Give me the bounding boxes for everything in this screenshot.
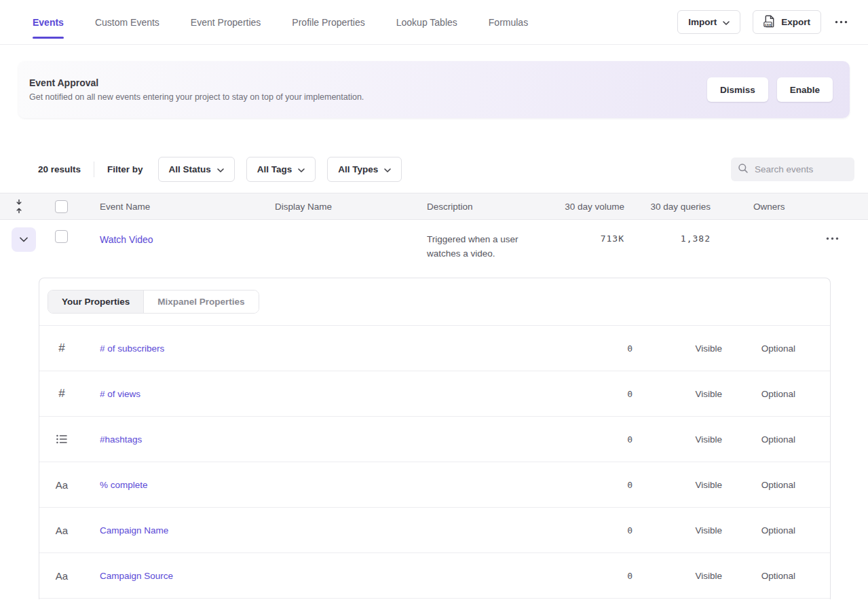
table-header: Event Name Display Name Description 30 d… <box>0 193 868 220</box>
select-all-checkbox[interactable] <box>55 200 68 213</box>
types-filter-dropdown[interactable]: All Types <box>327 157 402 182</box>
header-description: Description <box>409 202 538 212</box>
header-display-name: Display Name <box>257 202 409 212</box>
property-row: Aa Campaign Name 0 Visible Optional <box>39 508 830 553</box>
property-requirement: Optional <box>722 571 795 581</box>
header-queries: 30 day queries <box>624 202 711 212</box>
divider <box>94 162 94 177</box>
property-requirement: Optional <box>722 389 795 399</box>
chevron-down-icon <box>723 17 730 27</box>
property-name-link[interactable]: # of subscribers <box>100 343 164 354</box>
export-button-label: Export <box>781 17 810 27</box>
property-requirement: Optional <box>722 434 795 445</box>
tab-formulas[interactable]: Formulas <box>489 13 528 32</box>
active-tab-underline <box>33 37 64 39</box>
status-filter-dropdown[interactable]: All Status <box>158 157 235 182</box>
property-count: 0 <box>525 389 633 399</box>
property-count: 0 <box>525 434 633 445</box>
properties-tab-switcher: Your Properties Mixpanel Properties <box>48 290 259 314</box>
enable-button[interactable]: Enable <box>777 77 833 102</box>
property-visibility: Visible <box>633 571 722 581</box>
text-type-icon: Aa <box>56 479 68 491</box>
export-button[interactable]: csv Export <box>753 10 821 34</box>
property-row: #hashtags 0 Visible Optional <box>39 417 830 462</box>
property-count: 0 <box>525 343 633 354</box>
event-approval-banner: Event Approval Get notified on all new e… <box>18 61 850 118</box>
event-description: Triggered when a user watches a video. <box>409 220 538 261</box>
import-button[interactable]: Import <box>677 10 740 34</box>
event-table-row: Watch Video Triggered when a user watche… <box>0 220 868 278</box>
event-name-link[interactable]: Watch Video <box>100 234 153 245</box>
svg-text:csv: csv <box>765 22 772 26</box>
filter-by-label: Filter by <box>107 164 143 174</box>
tab-event-properties[interactable]: Event Properties <box>191 13 261 32</box>
property-row: Aa Campaign Source 0 Visible Optional <box>39 553 830 599</box>
banner-title: Event Approval <box>29 77 364 88</box>
tab-events-label: Events <box>33 17 64 28</box>
number-type-icon: # <box>58 387 64 400</box>
property-count: 0 <box>525 571 633 581</box>
chevron-down-icon <box>384 164 391 174</box>
property-visibility: Visible <box>633 389 722 399</box>
property-requirement: Optional <box>722 343 795 354</box>
row-checkbox[interactable] <box>55 230 68 243</box>
queries-value: 1,382 <box>624 220 711 244</box>
property-requirement: Optional <box>722 480 795 490</box>
collapse-all-icon <box>15 199 23 214</box>
chevron-down-icon <box>217 164 224 174</box>
property-visibility: Visible <box>633 480 722 490</box>
event-properties-panel: Your Properties Mixpanel Properties # # … <box>39 278 831 599</box>
import-button-label: Import <box>688 17 717 27</box>
chevron-down-icon <box>20 237 28 242</box>
row-actions-button[interactable] <box>711 220 868 240</box>
header-owners: Owners <box>711 202 868 212</box>
tab-events[interactable]: Events <box>33 13 64 32</box>
ellipsis-icon <box>826 237 839 240</box>
property-row: Aa % complete 0 Visible Optional <box>39 462 830 508</box>
property-name-link[interactable]: % complete <box>100 480 148 490</box>
results-count: 20 results <box>38 164 81 174</box>
property-visibility: Visible <box>633 434 722 445</box>
tags-filter-dropdown[interactable]: All Tags <box>246 157 316 182</box>
csv-file-icon: csv <box>763 15 775 30</box>
property-visibility: Visible <box>633 343 722 354</box>
text-type-icon: Aa <box>56 525 68 536</box>
nav-tabs: Events Custom Events Event Properties Pr… <box>33 13 528 32</box>
dismiss-button[interactable]: Dismiss <box>707 77 768 102</box>
list-type-icon <box>56 434 67 444</box>
property-name-link[interactable]: Campaign Source <box>100 571 173 581</box>
tab-your-properties[interactable]: Your Properties <box>48 290 144 313</box>
search-input[interactable] <box>755 164 848 174</box>
property-requirement: Optional <box>722 525 795 536</box>
property-name-link[interactable]: # of views <box>100 389 140 399</box>
ellipsis-icon <box>835 20 848 24</box>
collapse-row-button[interactable] <box>12 227 36 252</box>
header-volume: 30 day volume <box>538 202 624 212</box>
banner-description: Get notified on all new events entering … <box>29 92 364 102</box>
chevron-down-icon <box>298 164 305 174</box>
property-count: 0 <box>525 525 633 536</box>
volume-value: 713K <box>538 220 624 244</box>
top-nav: Events Custom Events Event Properties Pr… <box>0 0 868 45</box>
tab-lookup-tables[interactable]: Lookup Tables <box>396 13 457 32</box>
property-count: 0 <box>525 480 633 490</box>
property-row: # # of views 0 Visible Optional <box>39 371 830 417</box>
tab-mixpanel-properties[interactable]: Mixpanel Properties <box>144 290 258 313</box>
tab-custom-events[interactable]: Custom Events <box>95 13 159 32</box>
number-type-icon: # <box>58 341 64 355</box>
text-type-icon: Aa <box>56 570 68 582</box>
search-icon <box>738 163 749 176</box>
more-options-button[interactable] <box>833 18 849 26</box>
property-visibility: Visible <box>633 525 722 536</box>
property-name-link[interactable]: Campaign Name <box>100 525 168 536</box>
collapse-all-button[interactable] <box>0 199 38 214</box>
property-row: # # of subscribers 0 Visible Optional <box>39 326 830 371</box>
property-name-link[interactable]: #hashtags <box>100 434 142 445</box>
filter-bar: 20 results Filter by All Status All Tags… <box>38 157 854 182</box>
tab-profile-properties[interactable]: Profile Properties <box>292 13 364 32</box>
header-event-name: Event Name <box>81 202 257 212</box>
search-box[interactable] <box>731 157 854 181</box>
